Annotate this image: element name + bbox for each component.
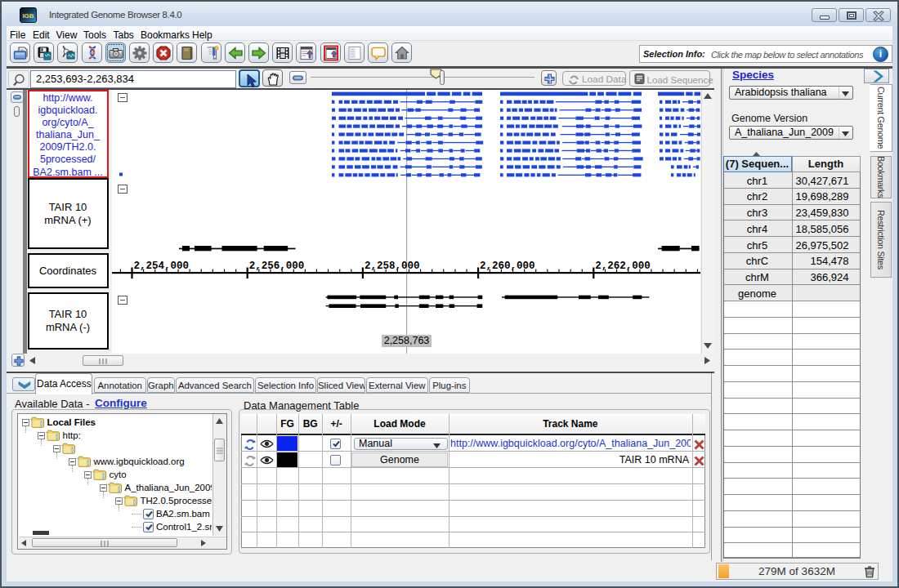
svg-text:2,258,000: 2,258,000 (365, 261, 420, 272)
svg-text:2,262,000: 2,262,000 (595, 261, 651, 272)
svg-text:2,260,000: 2,260,000 (480, 261, 535, 272)
svg-text:2,256,000: 2,256,000 (249, 261, 305, 272)
